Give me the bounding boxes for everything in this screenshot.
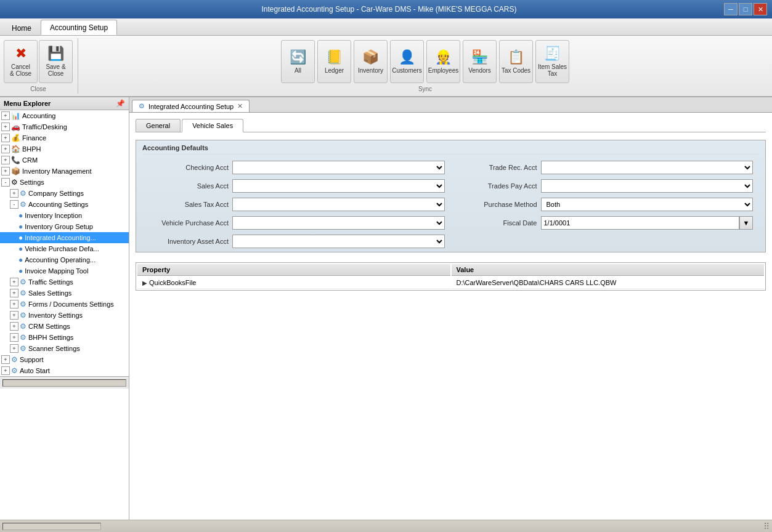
purchase-method-row: Purchase Method Both Cash Check Credit C… xyxy=(457,198,754,211)
traffic-desking-label: Traffic/Desking xyxy=(22,123,67,131)
expander-sales-settings[interactable]: + xyxy=(10,289,18,297)
sidebar-item-inventory-mgmt[interactable]: + 📦 Inventory Management xyxy=(0,166,129,177)
sidebar-item-accounting-operating[interactable]: ● Accounting Operating... xyxy=(0,254,129,265)
save-icon: 💾 xyxy=(47,46,64,62)
expander-forms-docs[interactable]: + xyxy=(10,300,18,308)
sidebar-item-bhph[interactable]: + 🏠 BHPH xyxy=(0,143,129,155)
expander-bhph-settings[interactable]: + xyxy=(10,333,18,342)
purchase-method-select[interactable]: Both Cash Check Credit Card xyxy=(541,198,754,211)
property-col-header: Property xyxy=(137,264,450,276)
accounting-defaults-section: Accounting Defaults Checking Acct xyxy=(136,140,766,252)
vehicle-purchase-def-label: Vehicle Purchase Defa... xyxy=(25,245,99,252)
minimize-button[interactable]: ─ xyxy=(724,3,737,15)
expander-accounting-settings[interactable]: - xyxy=(10,200,18,209)
sidebar-item-support[interactable]: + ⚙ Support xyxy=(0,354,129,365)
fiscal-date-picker-button[interactable]: ▼ xyxy=(739,216,753,230)
sidebar-item-inventory-settings[interactable]: + ⚙ Inventory Settings xyxy=(0,310,129,321)
accounting-settings-label: Accounting Settings xyxy=(28,201,88,208)
trade-rec-acct-control xyxy=(541,161,754,174)
expander-accounting[interactable]: + xyxy=(1,111,10,120)
expander-support[interactable]: + xyxy=(1,355,10,364)
sidebar-item-settings[interactable]: - ⚙ Settings xyxy=(0,177,129,188)
sidebar-item-inventory-inception[interactable]: ● Inventory Inception xyxy=(0,210,129,221)
sales-settings-label: Sales Settings xyxy=(28,289,71,297)
sales-tax-acct-select[interactable] xyxy=(232,198,445,211)
menu-tab-accounting-setup[interactable]: Accounting Setup xyxy=(41,20,117,35)
expander-settings[interactable]: - xyxy=(1,178,10,187)
cancel-close-button[interactable]: ✖ Cancel & Close xyxy=(4,40,38,83)
status-bar: ⠿ xyxy=(0,520,772,532)
sidebar-item-accounting-settings[interactable]: - ⚙ Accounting Settings xyxy=(0,199,129,210)
refresh-icon: 🔄 xyxy=(290,49,306,65)
expander-auto-start[interactable]: + xyxy=(1,366,10,375)
inventory-button[interactable]: 📦 Inventory xyxy=(354,40,388,83)
sidebar-item-crm-settings[interactable]: + ⚙ CRM Settings xyxy=(0,321,129,332)
expander-scanner-settings[interactable]: + xyxy=(10,344,18,353)
window-close-button[interactable]: ✕ xyxy=(754,3,767,15)
sync-toolbar-group: 🔄 All 📒 Ledger 📦 Inventory 👤 Customers 👷… xyxy=(82,40,768,92)
table-row[interactable]: ▶ QuickBooksFile D:\CarWareServer\QBData… xyxy=(137,277,764,289)
sidebar-item-finance[interactable]: + 💰 Finance xyxy=(0,132,129,143)
expander-company-settings[interactable]: + xyxy=(10,189,18,198)
sidebar-item-auto-start[interactable]: + ⚙ Auto Start xyxy=(0,365,129,376)
doc-tab-close-button[interactable]: ✕ xyxy=(237,102,243,110)
tax-codes-button[interactable]: 📋 Tax Codes xyxy=(499,40,533,83)
employees-button[interactable]: 👷 Employees xyxy=(426,40,460,83)
fiscal-date-input[interactable] xyxy=(541,216,740,230)
form-grid: Checking Acct Trade Rec. Acct xyxy=(142,161,759,248)
sidebar-item-vehicle-purchase-def[interactable]: ● Vehicle Purchase Defa... xyxy=(0,243,129,254)
inner-tab-general[interactable]: General xyxy=(136,119,181,132)
expander-traffic-settings[interactable]: + xyxy=(10,278,18,286)
inventory-asset-acct-select[interactable] xyxy=(232,235,445,248)
sidebar-item-company-settings[interactable]: + ⚙ Company Settings xyxy=(0,188,129,199)
property-cell: QuickBooksFile xyxy=(149,279,196,286)
sales-acct-select[interactable] xyxy=(232,179,445,193)
accounting-label: Accounting xyxy=(22,112,55,119)
sidebar-item-invoice-mapping-tool[interactable]: ● Invoice Mapping Tool xyxy=(0,265,129,276)
save-close-button[interactable]: 💾 Save & Close xyxy=(39,40,73,83)
traffic-settings-icon: ⚙ xyxy=(20,278,26,286)
ledger-icon: 📒 xyxy=(326,49,343,65)
status-scrollbar[interactable] xyxy=(2,523,101,530)
vendors-button[interactable]: 🏪 Vendors xyxy=(463,40,497,83)
ledger-button[interactable]: 📒 Ledger xyxy=(317,40,351,83)
value-cell: D:\CarWareServer\QBData\CHARS CARS LLC.Q… xyxy=(452,277,765,289)
support-icon: ⚙ xyxy=(11,355,18,364)
customers-button[interactable]: 👤 Customers xyxy=(390,40,424,83)
sidebar-item-inventory-group-setup[interactable]: ● Inventory Group Setup xyxy=(0,221,129,232)
expander-bhph[interactable]: + xyxy=(1,145,10,153)
inner-tab-vehicle-sales[interactable]: Vehicle Sales xyxy=(182,119,243,132)
expander-traffic-desking[interactable]: + xyxy=(1,123,10,131)
sidebar-item-forms-docs[interactable]: + ⚙ Forms / Documents Settings xyxy=(0,299,129,310)
expander-crm[interactable]: + xyxy=(1,156,10,164)
trades-pay-acct-select[interactable] xyxy=(541,179,754,193)
all-label: All xyxy=(295,67,301,74)
sidebar-scrollbar[interactable] xyxy=(0,376,129,389)
trade-rec-acct-select[interactable] xyxy=(541,161,754,174)
expander-crm-settings[interactable]: + xyxy=(10,322,18,331)
sidebar-item-sales-settings[interactable]: + ⚙ Sales Settings xyxy=(0,288,129,299)
item-sales-tax-button[interactable]: 🧾 Item Sales Tax xyxy=(535,40,569,83)
sidebar-item-scanner-settings[interactable]: + ⚙ Scanner Settings xyxy=(0,343,129,354)
expander-finance[interactable]: + xyxy=(1,134,10,142)
all-sync-button[interactable]: 🔄 All xyxy=(281,40,315,83)
invoice-mapping-icon: ● xyxy=(18,267,23,275)
expander-inventory-settings[interactable]: + xyxy=(10,311,18,320)
restore-button[interactable]: □ xyxy=(739,3,752,15)
sales-settings-icon: ⚙ xyxy=(20,289,26,297)
content-area: ⚙ Integrated Accounting Setup ✕ General … xyxy=(129,97,772,520)
sidebar-item-bhph-settings[interactable]: + ⚙ BHPH Settings xyxy=(0,332,129,343)
inventory-group-icon: ● xyxy=(18,222,23,231)
sidebar-item-traffic-settings[interactable]: + ⚙ Traffic Settings xyxy=(0,276,129,288)
window-title: Integrated Accounting Setup - Car-Ware D… xyxy=(54,5,724,14)
sidebar-item-traffic-desking[interactable]: + 🚗 Traffic/Desking xyxy=(0,121,129,132)
menu-tab-home[interactable]: Home xyxy=(2,20,41,35)
expander-inventory-mgmt[interactable]: + xyxy=(1,167,10,175)
sidebar-item-integrated-accounting[interactable]: ● Integrated Accounting... xyxy=(0,232,129,243)
sidebar-item-crm[interactable]: + 📞 CRM xyxy=(0,155,129,166)
sidebar-item-accounting[interactable]: + 📊 Accounting xyxy=(0,110,129,121)
doc-tab-integrated-accounting[interactable]: ⚙ Integrated Accounting Setup ✕ xyxy=(132,100,250,112)
checking-acct-select[interactable] xyxy=(232,161,445,174)
vehicle-purchase-acct-select[interactable] xyxy=(232,216,445,230)
purchase-method-label: Purchase Method xyxy=(457,201,537,208)
